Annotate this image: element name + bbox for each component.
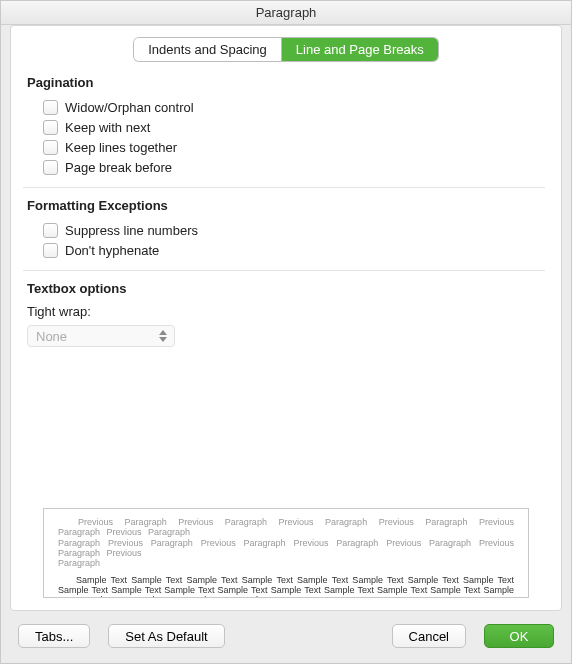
checkbox-keep-lines-together-input[interactable] — [43, 140, 58, 155]
checkbox-keep-with-next-label: Keep with next — [65, 120, 150, 135]
segmented-control: Indents and Spacing Line and Page Breaks — [134, 38, 437, 61]
checkbox-dont-hyphenate[interactable]: Don't hyphenate — [43, 241, 545, 260]
checkbox-suppress-line-numbers-label: Suppress line numbers — [65, 223, 198, 238]
tabs-button[interactable]: Tabs... — [18, 624, 90, 648]
checkbox-page-break-before[interactable]: Page break before — [43, 158, 545, 177]
tight-wrap-select-wrap: None — [27, 325, 175, 347]
cancel-button[interactable]: Cancel — [392, 624, 466, 648]
checkbox-keep-with-next-input[interactable] — [43, 120, 58, 135]
checkbox-dont-hyphenate-label: Don't hyphenate — [65, 243, 159, 258]
tight-wrap-label: Tight wrap: — [27, 304, 545, 319]
tab-line-page-breaks[interactable]: Line and Page Breaks — [282, 38, 438, 61]
checkbox-suppress-line-numbers-input[interactable] — [43, 223, 58, 238]
checkbox-page-break-before-input[interactable] — [43, 160, 58, 175]
paragraph-preview: Previous Paragraph Previous Paragraph Pr… — [43, 508, 529, 598]
pagination-title: Pagination — [27, 75, 545, 90]
dialog-footer: Tabs... Set As Default Cancel OK — [10, 619, 562, 653]
separator — [23, 270, 545, 271]
checkbox-page-break-before-label: Page break before — [65, 160, 172, 175]
tight-wrap-select: None — [27, 325, 175, 347]
textbox-options-title: Textbox options — [27, 281, 545, 296]
checkbox-keep-lines-together-label: Keep lines together — [65, 140, 177, 155]
preview-previous-line: Paragraph — [58, 558, 514, 568]
ok-button[interactable]: OK — [484, 624, 554, 648]
checkbox-dont-hyphenate-input[interactable] — [43, 243, 58, 258]
preview-sample-text: Sample Text Sample Text Sample Text Samp… — [58, 575, 514, 598]
checkbox-keep-lines-together[interactable]: Keep lines together — [43, 138, 545, 157]
checkbox-widow-orphan-label: Widow/Orphan control — [65, 100, 194, 115]
checkbox-widow-orphan-input[interactable] — [43, 100, 58, 115]
formatting-exceptions-title: Formatting Exceptions — [27, 198, 545, 213]
separator — [23, 187, 545, 188]
tab-bar: Indents and Spacing Line and Page Breaks — [27, 38, 545, 61]
paragraph-dialog: Paragraph Indents and Spacing Line and P… — [0, 0, 572, 664]
dialog-content: Indents and Spacing Line and Page Breaks… — [10, 25, 562, 611]
checkbox-widow-orphan[interactable]: Widow/Orphan control — [43, 98, 545, 117]
window-title: Paragraph — [1, 1, 571, 25]
checkbox-suppress-line-numbers[interactable]: Suppress line numbers — [43, 221, 545, 240]
tab-indents-spacing[interactable]: Indents and Spacing — [134, 38, 282, 61]
preview-previous-line: Previous Paragraph Previous Paragraph Pr… — [58, 517, 514, 538]
preview-previous-line: Paragraph Previous Paragraph Previous Pa… — [58, 538, 514, 559]
set-as-default-button[interactable]: Set As Default — [108, 624, 224, 648]
checkbox-keep-with-next[interactable]: Keep with next — [43, 118, 545, 137]
